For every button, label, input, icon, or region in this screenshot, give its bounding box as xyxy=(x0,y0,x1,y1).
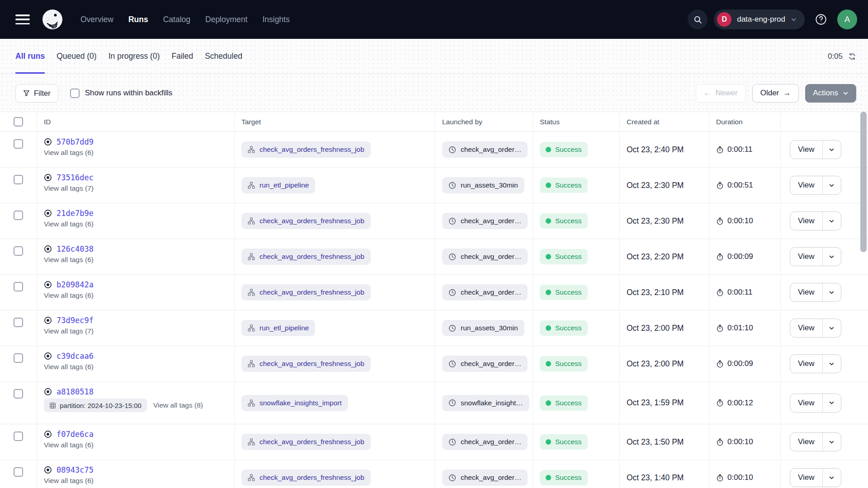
tab-all-runs[interactable]: All runs xyxy=(15,39,45,74)
view-dropdown-button[interactable] xyxy=(823,433,841,451)
view-dropdown-button[interactable] xyxy=(823,394,841,412)
row-checkbox[interactable] xyxy=(14,432,23,441)
view-dropdown-button[interactable] xyxy=(823,176,841,194)
launched-by-pill[interactable]: check_avg_order… xyxy=(442,284,528,300)
tab-scheduled[interactable]: Scheduled xyxy=(205,39,242,74)
clock-icon xyxy=(448,360,456,368)
target-pill[interactable]: check_avg_orders_freshness_job xyxy=(241,249,371,265)
nav-link-deployment[interactable]: Deployment xyxy=(205,15,247,24)
dagster-logo-icon[interactable] xyxy=(42,9,63,30)
partition-tag[interactable]: partition: 2024-10-23-15:00 xyxy=(44,399,147,412)
row-checkbox[interactable] xyxy=(14,467,23,477)
help-button[interactable] xyxy=(811,9,831,29)
actions-button[interactable]: Actions xyxy=(805,84,856,103)
view-button[interactable]: View xyxy=(790,212,823,230)
view-dropdown-button[interactable] xyxy=(823,469,841,487)
search-button[interactable] xyxy=(688,9,708,29)
row-checkbox[interactable] xyxy=(14,389,23,399)
newer-button[interactable]: ← Newer xyxy=(696,84,746,103)
run-id-link[interactable]: 21de7b9e xyxy=(57,209,94,218)
launched-by-pill[interactable]: snowflake_insight… xyxy=(442,395,529,411)
view-button[interactable]: View xyxy=(790,355,823,373)
filter-button[interactable]: Filter xyxy=(15,84,58,103)
refresh-icon[interactable] xyxy=(848,52,856,61)
view-all-tags-link[interactable]: View all tags (6) xyxy=(44,441,94,449)
launched-by-pill[interactable]: run_assets_30min xyxy=(442,320,524,336)
view-all-tags-link[interactable]: View all tags (6) xyxy=(44,291,94,300)
view-dropdown-button[interactable] xyxy=(823,319,841,337)
view-button[interactable]: View xyxy=(790,319,823,337)
launched-by-pill[interactable]: check_avg_order… xyxy=(442,434,528,450)
select-all-checkbox[interactable] xyxy=(14,117,23,127)
user-avatar[interactable]: A xyxy=(837,9,857,29)
target-pill[interactable]: snowflake_insights_import xyxy=(241,395,348,411)
row-checkbox[interactable] xyxy=(14,175,23,184)
view-button[interactable]: View xyxy=(790,433,823,451)
view-all-tags-link[interactable]: View all tags (6) xyxy=(44,256,94,264)
view-dropdown-button[interactable] xyxy=(823,212,841,230)
stopwatch-icon xyxy=(716,289,724,296)
run-id-link[interactable]: 08943c75 xyxy=(57,465,94,474)
view-dropdown-button[interactable] xyxy=(823,248,841,266)
nav-link-overview[interactable]: Overview xyxy=(80,15,113,24)
run-id-link[interactable]: 73516dec xyxy=(57,173,94,182)
tab-in-progress[interactable]: In progress (0) xyxy=(108,39,160,74)
launched-by-pill[interactable]: check_avg_order… xyxy=(442,356,528,372)
row-checkbox[interactable] xyxy=(14,246,23,256)
target-pill[interactable]: check_avg_orders_freshness_job xyxy=(241,434,371,450)
row-checkbox[interactable] xyxy=(14,318,23,327)
launched-by-pill[interactable]: check_avg_order… xyxy=(442,249,528,265)
launched-by-pill[interactable]: check_avg_order… xyxy=(442,469,528,486)
target-pill[interactable]: check_avg_orders_freshness_job xyxy=(241,469,371,486)
view-all-tags-link[interactable]: View all tags (6) xyxy=(44,363,94,371)
view-dropdown-button[interactable] xyxy=(823,283,841,301)
run-id-link[interactable]: 73d9ec9f xyxy=(57,316,94,325)
view-all-tags-link[interactable]: View all tags (7) xyxy=(44,184,94,192)
older-button[interactable]: Older → xyxy=(752,84,799,103)
view-button[interactable]: View xyxy=(790,176,823,194)
target-pill[interactable]: check_avg_orders_freshness_job xyxy=(241,284,371,300)
launched-by-pill[interactable]: run_assets_30min xyxy=(442,177,524,193)
nav-link-catalog[interactable]: Catalog xyxy=(163,15,190,24)
tab-queued[interactable]: Queued (0) xyxy=(57,39,97,74)
run-id-link[interactable]: a8180518 xyxy=(57,387,94,396)
view-all-tags-link[interactable]: View all tags (6) xyxy=(44,149,94,157)
view-button[interactable]: View xyxy=(790,469,823,487)
target-pill[interactable]: check_avg_orders_freshness_job xyxy=(241,213,371,229)
view-dropdown-button[interactable] xyxy=(823,355,841,373)
nav-link-insights[interactable]: Insights xyxy=(262,15,289,24)
row-checkbox[interactable] xyxy=(14,353,23,363)
target-pill[interactable]: check_avg_orders_freshness_job xyxy=(241,356,371,372)
target-pill[interactable]: check_avg_orders_freshness_job xyxy=(241,141,371,158)
view-button[interactable]: View xyxy=(790,141,823,159)
view-dropdown-button[interactable] xyxy=(823,141,841,159)
view-button[interactable]: View xyxy=(790,283,823,301)
target-pill[interactable]: run_etl_pipeline xyxy=(241,320,315,336)
hamburger-menu-icon[interactable] xyxy=(15,14,30,24)
run-id-link[interactable]: c39dcaa6 xyxy=(57,352,94,361)
run-id-link[interactable]: f07de6ca xyxy=(57,430,94,439)
view-all-tags-link[interactable]: View all tags (8) xyxy=(153,401,203,409)
view-all-tags-link[interactable]: View all tags (7) xyxy=(44,327,94,335)
row-checkbox[interactable] xyxy=(14,139,23,149)
column-header-target: Target xyxy=(235,112,435,131)
clock-icon xyxy=(448,182,456,189)
view-all-tags-link[interactable]: View all tags (6) xyxy=(44,220,94,228)
view-button[interactable]: View xyxy=(790,394,823,412)
table-row: 21de7b9e View all tags (6) check_avg_ord… xyxy=(0,203,868,239)
row-checkbox[interactable] xyxy=(14,282,23,291)
show-backfills-checkbox[interactable] xyxy=(70,89,80,98)
view-button[interactable]: View xyxy=(790,248,823,266)
run-id-link[interactable]: 570b7dd9 xyxy=(57,137,94,146)
launched-by-pill[interactable]: check_avg_order… xyxy=(442,141,528,158)
run-id-link[interactable]: 126c4038 xyxy=(57,244,94,253)
launched-by-pill[interactable]: check_avg_order… xyxy=(442,213,528,229)
view-all-tags-link[interactable]: View all tags (6) xyxy=(44,477,94,485)
nav-link-runs[interactable]: Runs xyxy=(128,15,148,24)
run-id-link[interactable]: b209842a xyxy=(57,280,94,289)
vertical-scrollbar[interactable] xyxy=(860,112,867,252)
row-checkbox[interactable] xyxy=(14,211,23,220)
target-pill[interactable]: run_etl_pipeline xyxy=(241,177,315,193)
workspace-switcher[interactable]: D data-eng-prod xyxy=(714,9,805,29)
tab-failed[interactable]: Failed xyxy=(171,39,193,74)
